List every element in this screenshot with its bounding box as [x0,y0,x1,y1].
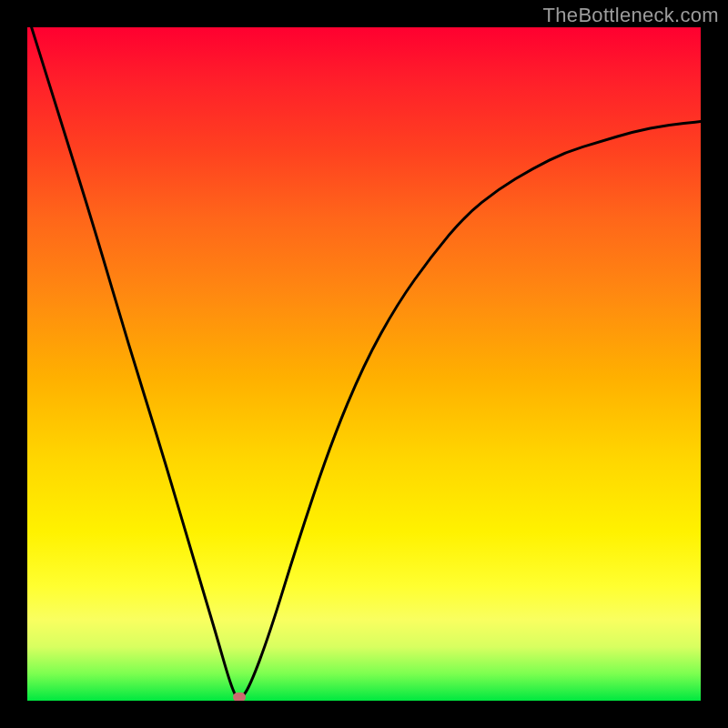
watermark-text: TheBottleneck.com [543,4,719,27]
plot-area [27,27,701,701]
chart-frame: TheBottleneck.com [0,0,728,728]
bottleneck-curve [27,27,701,701]
notch-marker [233,693,246,701]
